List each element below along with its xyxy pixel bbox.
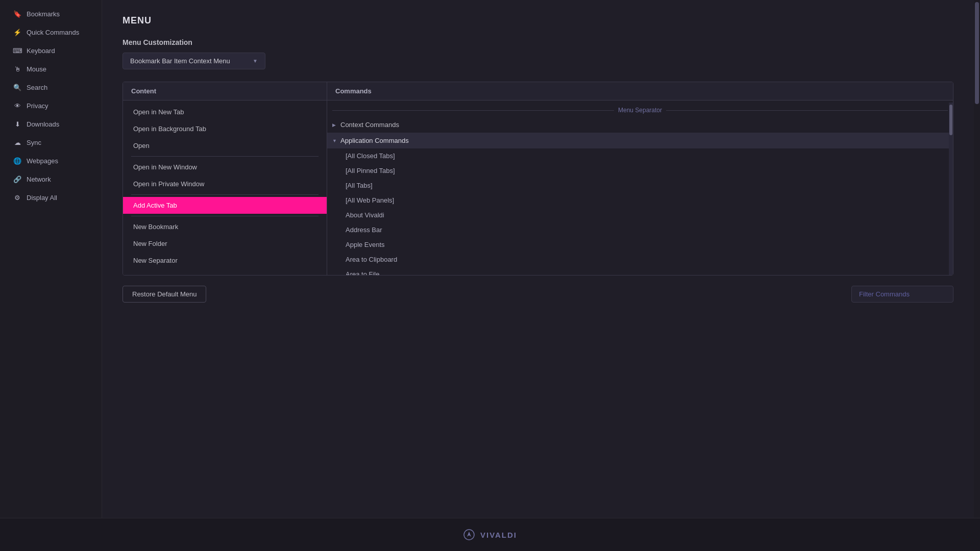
display-all-icon: ⚙ — [13, 193, 21, 202]
page-title: MENU — [122, 15, 953, 26]
main-content: MENU Menu Customization Bookmark Bar Ite… — [102, 0, 974, 518]
cmd-group-context-commands[interactable]: ▶Context Commands — [327, 117, 953, 133]
sidebar-item-label-sync: Sync — [27, 139, 41, 146]
sidebar-item-label-network: Network — [27, 176, 51, 183]
sidebar: 🔖Bookmarks⚡Quick Commands⌨Keyboard🖱Mouse… — [0, 0, 102, 518]
page-scrollbar[interactable] — [974, 0, 980, 518]
section-title: Menu Customization — [122, 38, 953, 46]
dropdown-value: Bookmark Bar Item Context Menu — [130, 57, 230, 65]
webpages-icon: 🌐 — [13, 157, 21, 165]
sidebar-item-label-quick-commands: Quick Commands — [27, 29, 79, 36]
sidebar-item-bookmarks[interactable]: 🔖Bookmarks — [3, 5, 99, 22]
vivaldi-logo: VIVALDI — [463, 529, 517, 541]
chevron-down-icon: ▼ — [253, 58, 258, 64]
sidebar-item-privacy[interactable]: 👁Privacy — [3, 97, 99, 114]
content-item-add-active-tab[interactable]: Add Active Tab — [123, 197, 327, 214]
scrollbar-thumb — [949, 105, 952, 135]
sidebar-item-label-downloads: Downloads — [27, 120, 59, 128]
content-item-open-private-window[interactable]: Open in Private Window — [123, 176, 327, 192]
search-icon: 🔍 — [13, 83, 21, 91]
content-list: Open in New TabOpen in Background TabOpe… — [123, 101, 327, 275]
content-column: Content Open in New TabOpen in Backgroun… — [123, 82, 327, 275]
restore-default-button[interactable]: Restore Default Menu — [122, 286, 206, 303]
sidebar-item-keyboard[interactable]: ⌨Keyboard — [3, 42, 99, 59]
sidebar-item-network[interactable]: 🔗Network — [3, 170, 99, 188]
sidebar-item-label-privacy: Privacy — [27, 102, 48, 110]
content-separator-sep1 — [131, 156, 318, 157]
content-item-open-new-window[interactable]: Open in New Window — [123, 159, 327, 176]
menu-editor-panel: Content Open in New TabOpen in Backgroun… — [122, 82, 953, 276]
commands-list: Menu Separator▶Context Commands▼Applicat… — [327, 101, 953, 275]
mouse-icon: 🖱 — [13, 65, 21, 73]
privacy-icon: 👁 — [13, 102, 21, 110]
cmd-child-address-bar[interactable]: Address Bar — [327, 222, 953, 237]
sidebar-item-label-keyboard: Keyboard — [27, 47, 55, 55]
separator-line-left — [332, 110, 614, 111]
cmd-group-application-commands[interactable]: ▼Application Commands — [327, 133, 953, 148]
sync-icon: ☁ — [13, 138, 21, 146]
vivaldi-brand-name: VIVALDI — [480, 531, 517, 539]
separator-label: Menu Separator — [618, 107, 662, 114]
downloads-icon: ⬇ — [13, 120, 21, 128]
triangle-down-icon: ▼ — [332, 138, 337, 143]
sidebar-item-webpages[interactable]: 🌐Webpages — [3, 152, 99, 169]
footer: VIVALDI — [0, 518, 980, 551]
sidebar-item-sync[interactable]: ☁Sync — [3, 134, 99, 151]
cmd-group-label-application-commands: Application Commands — [340, 137, 409, 144]
menu-type-dropdown[interactable]: Bookmark Bar Item Context Menu ▼ — [122, 53, 265, 69]
cmd-child-all-tabs[interactable]: [All Tabs] — [327, 178, 953, 193]
sidebar-item-mouse[interactable]: 🖱Mouse — [3, 60, 99, 78]
content-item-new-folder[interactable]: New Folder — [123, 235, 327, 252]
cmd-group-label-context-commands: Context Commands — [340, 121, 399, 129]
sidebar-item-label-mouse: Mouse — [27, 65, 46, 73]
content-separator-sep3 — [131, 216, 318, 216]
sidebar-item-downloads[interactable]: ⬇Downloads — [3, 115, 99, 133]
content-item-open-new-tab[interactable]: Open in New Tab — [123, 104, 327, 120]
dropdown-wrapper: Bookmark Bar Item Context Menu ▼ — [122, 53, 953, 69]
sidebar-item-search[interactable]: 🔍Search — [3, 79, 99, 96]
quick-commands-icon: ⚡ — [13, 28, 21, 36]
keyboard-icon: ⌨ — [13, 46, 21, 55]
cmd-child-area-to-clipboard[interactable]: Area to Clipboard — [327, 252, 953, 267]
bottom-bar: Restore Default Menu — [122, 286, 953, 303]
cmd-child-all-closed-tabs[interactable]: [All Closed Tabs] — [327, 148, 953, 163]
cmd-child-apple-events[interactable]: Apple Events — [327, 237, 953, 252]
separator-line-right — [666, 110, 948, 111]
content-item-open-bg-tab[interactable]: Open in Background Tab — [123, 120, 327, 137]
sidebar-item-display-all[interactable]: ⚙Display All — [3, 189, 99, 206]
commands-header: Commands — [327, 82, 953, 101]
sidebar-item-label-webpages: Webpages — [27, 157, 58, 165]
scrollbar-track[interactable] — [949, 103, 953, 275]
content-item-new-bookmark[interactable]: New Bookmark — [123, 218, 327, 235]
network-icon: 🔗 — [13, 175, 21, 183]
cmd-separator-menu-separator: Menu Separator — [327, 104, 953, 117]
cmd-child-all-web-panels[interactable]: [All Web Panels] — [327, 193, 953, 208]
cmd-child-all-pinned-tabs[interactable]: [All Pinned Tabs] — [327, 163, 953, 178]
content-item-new-separator[interactable]: New Separator — [123, 252, 327, 269]
sidebar-item-label-display-all: Display All — [27, 194, 57, 202]
bookmarks-icon: 🔖 — [13, 10, 21, 18]
sidebar-item-label-search: Search — [27, 84, 47, 91]
triangle-right-icon: ▶ — [332, 122, 337, 128]
sidebar-item-label-bookmarks: Bookmarks — [27, 10, 60, 18]
content-header: Content — [123, 82, 327, 101]
sidebar-item-quick-commands[interactable]: ⚡Quick Commands — [3, 23, 99, 41]
content-separator-sep2 — [131, 194, 318, 195]
vivaldi-logo-icon — [463, 529, 475, 541]
commands-column: Commands Menu Separator▶Context Commands… — [327, 82, 953, 275]
cmd-child-about-vivaldi[interactable]: About Vivaldi — [327, 208, 953, 222]
page-scrollbar-thumb — [975, 2, 979, 104]
content-item-open[interactable]: Open — [123, 137, 327, 154]
cmd-child-area-to-file[interactable]: Area to File — [327, 267, 953, 275]
filter-commands-input[interactable] — [851, 286, 953, 303]
